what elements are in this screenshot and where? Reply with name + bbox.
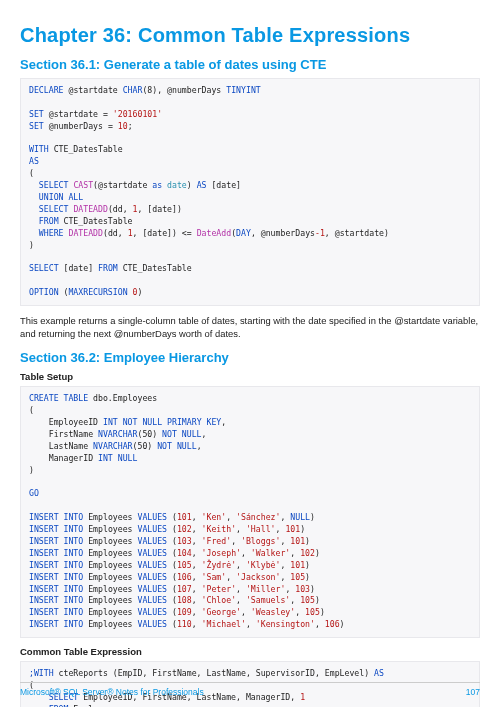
table-setup-heading: Table Setup bbox=[20, 371, 480, 382]
section-36-2-title: Section 36.2: Employee Hierarchy bbox=[20, 350, 480, 365]
code-block-dates-cte: DECLARE @startdate CHAR(8), @numberDays … bbox=[20, 78, 480, 306]
page-footer: Microsoft® SQL Server® Notes for Profess… bbox=[20, 682, 480, 697]
section-36-1-title: Section 36.1: Generate a table of dates … bbox=[20, 57, 480, 72]
code-block-table-setup: CREATE TABLE dbo.Employees ( EmployeeID … bbox=[20, 386, 480, 638]
section-36-1-body: This example returns a single-column tab… bbox=[20, 314, 480, 340]
footer-page-number: 107 bbox=[466, 687, 480, 697]
cte-heading: Common Table Expression bbox=[20, 646, 480, 657]
footer-book-title: Microsoft® SQL Server® Notes for Profess… bbox=[20, 687, 204, 697]
chapter-title: Chapter 36: Common Table Expressions bbox=[20, 24, 480, 47]
insert-rows: INSERT INTO Employees VALUES (101, 'Ken'… bbox=[29, 512, 345, 629]
